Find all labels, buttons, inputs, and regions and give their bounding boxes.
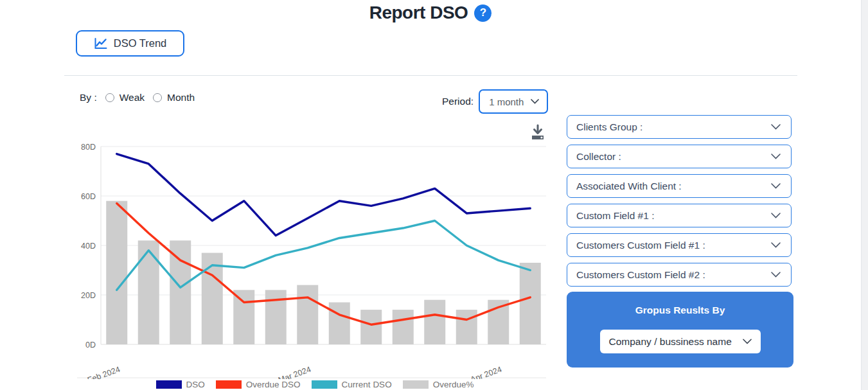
by-radio-group: By : Weak Month [80,92,195,103]
svg-text:80D: 80D [81,143,96,152]
legend-item[interactable]: Overdue DSO [216,380,301,389]
radio-weak-label[interactable]: Weak [120,92,145,103]
filters-sidebar: Clients Group : Collector : Associated W… [567,115,792,292]
period-label: Period: [442,96,474,107]
page-header: Report DSO ? [0,0,861,26]
customers-custom-field-1-label: Customers Custom Field #1 : [576,240,705,251]
header-divider [64,75,797,76]
svg-text:20D: 20D [81,291,96,300]
svg-text:Mar 2024: Mar 2024 [277,365,312,379]
custom-field-1-select[interactable]: Custom Field #1 : [567,204,792,227]
svg-text:60D: 60D [81,192,96,201]
help-icon[interactable]: ? [474,4,492,22]
legend-swatch [216,380,242,389]
customers-custom-field-2-select[interactable]: Customers Custom Field #2 : [567,263,792,287]
associated-with-client-select[interactable]: Associated With Client : [567,174,792,198]
svg-text:Feb 2024: Feb 2024 [86,365,121,379]
chevron-down-icon [771,213,781,218]
period-select[interactable]: 1 month [479,89,548,114]
clients-group-label: Clients Group : [576,121,642,133]
legend-item[interactable]: DSO [156,380,205,389]
legend-label: DSO [186,380,205,389]
group-by-select[interactable]: Company / bussiness name [600,330,761,353]
group-results-panel: Gropus Reuslts By Company / bussiness na… [567,292,793,368]
scrollbar[interactable] [861,0,868,390]
clients-group-select[interactable]: Clients Group : [567,115,792,139]
radio-month-label[interactable]: Month [167,92,195,103]
dso-trend-button-label: DSO Trend [114,37,167,49]
dso-trend-button[interactable]: DSO Trend [76,30,184,57]
svg-text:Apr 2024: Apr 2024 [469,365,503,379]
customers-custom-field-2-label: Customers Custom Field #2 : [576,269,705,281]
group-by-select-value: Company / bussiness name [609,336,732,348]
chevron-down-icon [771,154,781,159]
dso-chart: 0D20D40D60D80DFeb 2024Mar 2024Apr 2024 [77,138,553,379]
period-control: Period: 1 month [442,89,548,114]
legend-item[interactable]: Overdue% [403,380,474,389]
legend-label: Overdue% [433,380,474,389]
svg-text:40D: 40D [81,242,96,251]
chart-legend: DSOOverdue DSOCurrent DSOOverdue% [77,380,553,389]
collector-select[interactable]: Collector : [567,145,792,168]
legend-swatch [312,380,337,389]
page-title: Report DSO [369,3,468,23]
associated-with-client-label: Associated With Client : [576,181,682,192]
period-select-value: 1 month [489,96,524,107]
legend-swatch [403,380,429,389]
by-label: By : [80,92,97,103]
legend-swatch [156,380,182,389]
radio-month[interactable] [153,93,162,102]
chevron-down-icon [531,99,539,104]
legend-label: Current DSO [342,380,392,389]
chevron-down-icon [771,242,781,248]
radio-weak[interactable] [105,93,114,102]
custom-field-1-label: Custom Field #1 : [576,210,654,222]
chevron-down-icon [743,339,752,344]
chevron-down-icon [771,183,781,189]
group-results-title: Gropus Reuslts By [567,305,793,316]
legend-label: Overdue DSO [246,380,301,389]
trend-chart-icon [94,37,107,50]
customers-custom-field-1-select[interactable]: Customers Custom Field #1 : [567,233,792,257]
svg-text:0D: 0D [85,341,96,350]
collector-label: Collector : [576,151,621,163]
chevron-down-icon [771,124,781,130]
legend-item[interactable]: Current DSO [312,380,392,389]
chevron-down-icon [771,272,781,278]
